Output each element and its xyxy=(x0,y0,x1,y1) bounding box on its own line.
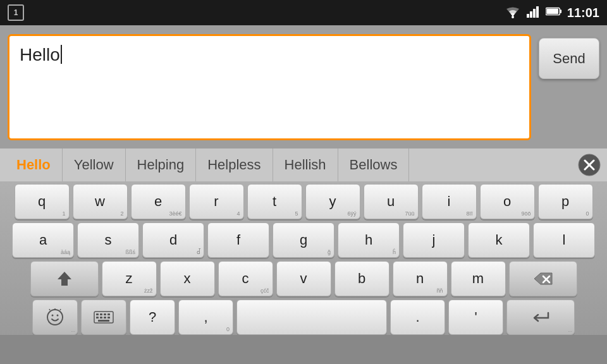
input-text: Hello xyxy=(20,45,60,65)
suggestion-bellows[interactable]: Bellows xyxy=(338,149,410,181)
enter-icon xyxy=(530,310,551,324)
suggestion-helpless[interactable]: Helpless xyxy=(196,149,273,181)
svg-rect-22 xyxy=(100,313,102,315)
keyboard-row-3: zżzž x cçćč v b nñn̈ m xyxy=(3,261,604,296)
svg-line-18 xyxy=(49,309,50,310)
svg-rect-2 xyxy=(530,11,532,18)
status-right: 11:01 xyxy=(504,5,599,20)
svg-rect-25 xyxy=(96,317,99,318)
keyboard-switch-key[interactable] xyxy=(81,300,126,335)
key-p[interactable]: p0 xyxy=(538,184,593,219)
key-comma[interactable]: ,0 xyxy=(178,300,233,335)
key-apostrophe[interactable]: ' xyxy=(448,300,503,335)
key-i[interactable]: i8ïī xyxy=(422,184,477,219)
key-a[interactable]: aàáą xyxy=(12,222,74,258)
suggestion-hello[interactable]: Hello xyxy=(5,149,63,181)
svg-point-0 xyxy=(512,16,514,18)
svg-point-15 xyxy=(52,315,54,317)
key-v[interactable]: v xyxy=(276,261,331,296)
clock-display: 11:01 xyxy=(567,6,599,20)
input-area: Hello Send xyxy=(0,25,607,149)
emoji-key[interactable]: ... xyxy=(32,300,78,335)
text-cursor xyxy=(61,45,62,64)
key-n[interactable]: nñn̈ xyxy=(393,261,448,296)
status-bar: 1 xyxy=(0,0,607,25)
svg-rect-7 xyxy=(546,9,558,14)
keyboard: q1 w2 e3èé€ r4 t5 y6ÿý u7üū i8ïī o9öō p0… xyxy=(0,181,607,335)
send-button[interactable]: Send xyxy=(539,38,599,79)
battery-svg xyxy=(546,6,562,16)
key-e[interactable]: e3èé€ xyxy=(131,184,186,219)
emoji-icon xyxy=(46,308,64,326)
status-left: 1 xyxy=(8,4,24,21)
signal-icon xyxy=(527,5,541,20)
svg-line-19 xyxy=(60,309,61,310)
key-k[interactable]: k xyxy=(468,222,530,258)
svg-marker-11 xyxy=(58,272,71,286)
key-m[interactable]: m xyxy=(451,261,506,296)
keyboard-row-4: ... ? ,0 . ' ... xyxy=(3,300,604,335)
svg-rect-4 xyxy=(536,6,539,18)
key-g[interactable]: gğ xyxy=(273,222,334,258)
key-t[interactable]: t5 xyxy=(247,184,302,219)
backspace-key[interactable] xyxy=(509,261,577,296)
key-b[interactable]: b xyxy=(334,261,389,296)
key-r[interactable]: r4 xyxy=(189,184,244,219)
close-circle-icon xyxy=(578,154,601,176)
key-c[interactable]: cçćč xyxy=(218,261,273,296)
key-u[interactable]: u7üū xyxy=(364,184,419,219)
signal-svg xyxy=(527,5,541,18)
svg-rect-3 xyxy=(533,9,536,18)
battery-icon xyxy=(546,6,562,19)
shift-icon xyxy=(56,270,73,287)
key-w[interactable]: w2 xyxy=(73,184,128,219)
svg-rect-6 xyxy=(560,9,561,13)
key-question[interactable]: ? xyxy=(130,300,175,335)
key-q[interactable]: q1 xyxy=(15,184,70,219)
key-d[interactable]: dd̄ xyxy=(142,222,204,258)
suggestion-hellish[interactable]: Hellish xyxy=(273,149,338,181)
key-f[interactable]: f xyxy=(207,222,269,258)
svg-rect-27 xyxy=(104,317,106,318)
suggestions-bar: Hello Yellow Helping Helpless Hellish Be… xyxy=(0,149,607,181)
svg-rect-21 xyxy=(96,313,99,315)
svg-rect-26 xyxy=(100,317,102,318)
svg-rect-23 xyxy=(104,313,106,315)
key-l[interactable]: l xyxy=(533,222,595,258)
svg-rect-24 xyxy=(107,313,110,315)
keyboard-row-2: aàáą sßßś dd̄ f gğ hĥ j k l xyxy=(3,222,604,258)
send-label: Send xyxy=(553,51,585,67)
svg-rect-28 xyxy=(107,317,110,318)
svg-point-16 xyxy=(57,315,59,317)
suggestion-helping[interactable]: Helping xyxy=(126,149,197,181)
key-h[interactable]: hĥ xyxy=(338,222,400,258)
keyboard-row-1: q1 w2 e3èé€ r4 t5 y6ÿý u7üū i8ïī o9öō p0 xyxy=(3,184,604,219)
keyboard-icon xyxy=(94,310,114,324)
shift-key[interactable] xyxy=(30,261,99,296)
svg-rect-29 xyxy=(98,320,109,322)
backspace-icon xyxy=(533,272,553,286)
enter-key[interactable]: ... xyxy=(506,300,575,335)
key-period[interactable]: . xyxy=(390,300,445,335)
svg-rect-1 xyxy=(527,14,529,18)
notification-icon: 1 xyxy=(8,4,24,21)
wifi-icon xyxy=(504,6,522,19)
key-space[interactable] xyxy=(236,300,387,335)
text-input-field[interactable]: Hello xyxy=(8,34,531,140)
wifi-svg xyxy=(504,6,522,19)
key-z[interactable]: zżzž xyxy=(102,261,157,296)
key-x[interactable]: x xyxy=(160,261,215,296)
key-y[interactable]: y6ÿý xyxy=(305,184,360,219)
key-j[interactable]: j xyxy=(403,222,465,258)
key-o[interactable]: o9öō xyxy=(480,184,535,219)
suggestion-yellow[interactable]: Yellow xyxy=(63,149,126,181)
close-suggestions-button[interactable] xyxy=(577,152,602,178)
key-s[interactable]: sßßś xyxy=(77,222,139,258)
svg-point-14 xyxy=(47,310,63,325)
